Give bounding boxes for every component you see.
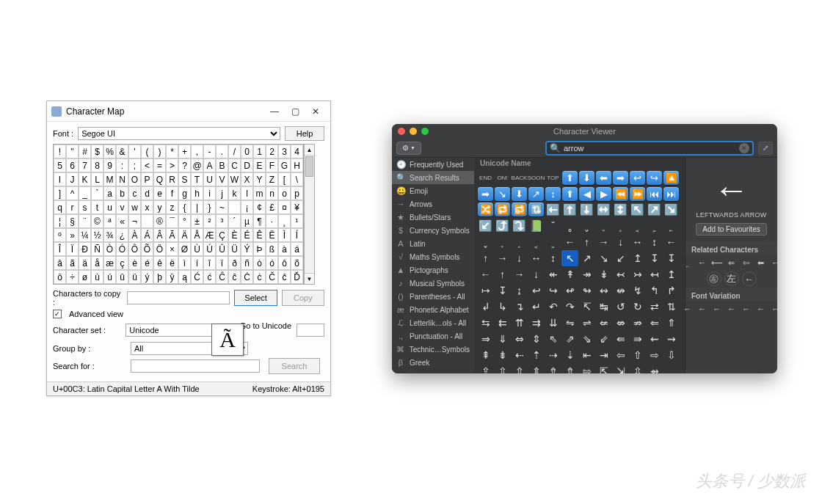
char-cell[interactable]: ¬ <box>128 214 141 228</box>
result-char[interactable]: ⇥ <box>595 347 612 363</box>
mac-titlebar[interactable]: Character Viewer <box>392 124 777 139</box>
search-input[interactable] <box>131 359 260 373</box>
result-char[interactable]: 📗 <box>528 218 545 234</box>
result-char[interactable]: ˱ <box>629 218 646 234</box>
char-cell[interactable]: f <box>166 186 178 200</box>
result-char[interactable]: ↗ <box>578 250 595 266</box>
result-char[interactable]: ⇊ <box>545 315 561 331</box>
result-char[interactable]: ˲ <box>545 234 561 250</box>
char-cell[interactable]: ? <box>178 158 191 172</box>
char-cell[interactable]: p <box>291 186 303 200</box>
char-cell[interactable]: = <box>153 158 166 172</box>
sidebar-item[interactable]: ⌘Technic…Symbols <box>392 343 474 356</box>
result-char[interactable]: 🔀 <box>478 202 493 216</box>
result-char[interactable]: ↕️ <box>612 202 629 218</box>
char-cell[interactable]: Č <box>266 270 278 284</box>
scroll-down-icon[interactable]: ▼ <box>305 273 314 284</box>
result-char[interactable]: → <box>494 250 511 266</box>
result-char[interactable]: ↓ <box>511 250 528 266</box>
char-cell[interactable]: # <box>79 145 91 158</box>
char-cell[interactable]: ! <box>54 145 66 158</box>
result-char[interactable]: ↓ <box>528 266 545 282</box>
result-char[interactable]: ↑ <box>578 234 595 250</box>
char-cell[interactable]: Ç <box>216 228 228 242</box>
result-char[interactable]: ↧ <box>494 282 511 299</box>
char-cell[interactable]: { <box>178 200 191 214</box>
char-cell[interactable]: & <box>116 145 128 158</box>
char-cell[interactable]: 3 <box>278 145 291 158</box>
related-char[interactable]: ← <box>696 257 708 269</box>
char-cell[interactable]: ( <box>141 145 153 158</box>
result-char[interactable]: ON! <box>494 170 511 186</box>
char-cell[interactable]: Ò <box>103 242 116 256</box>
char-cell[interactable]: ^ <box>66 186 79 200</box>
result-char[interactable]: ➡ <box>478 187 493 201</box>
result-char[interactable]: ↭ <box>595 282 612 299</box>
char-cell[interactable]: ª <box>103 214 116 228</box>
result-char[interactable]: ↕ <box>646 234 663 250</box>
result-char[interactable]: ➡ <box>613 171 628 185</box>
result-char[interactable]: ⇓ <box>494 331 511 347</box>
result-char[interactable]: → <box>595 234 612 250</box>
sidebar-item[interactable]: ▲Pictographs <box>392 263 474 277</box>
char-cell[interactable]: w <box>128 200 141 214</box>
result-char[interactable]: ⏭ <box>663 187 679 201</box>
result-char[interactable]: ˯ <box>494 234 511 250</box>
result-char[interactable]: ↕ <box>545 250 561 266</box>
sidebar-item[interactable]: .,Punctuation - All <box>392 329 474 343</box>
char-cell[interactable]: í <box>191 256 203 270</box>
result-char[interactable]: ↷ <box>561 299 578 315</box>
char-cell[interactable]: q <box>54 200 66 214</box>
sidebar-item[interactable]: 🕘Frequently Used <box>392 158 474 171</box>
char-cell[interactable]: g <box>178 186 191 200</box>
result-char[interactable]: 🔂 <box>512 202 527 216</box>
char-cell[interactable]: n <box>266 186 278 200</box>
result-char[interactable]: ⇠ <box>511 347 528 363</box>
result-char[interactable]: ⬇ <box>512 187 527 201</box>
related-char[interactable]: ⇐ <box>726 257 738 269</box>
char-cell[interactable]: Ĉ <box>216 270 228 284</box>
result-char[interactable]: ⇧ <box>629 347 646 363</box>
char-cell[interactable]: ´ <box>228 214 241 228</box>
char-cell[interactable]: 1 <box>253 145 266 158</box>
result-char[interactable]: ↶ <box>545 299 561 315</box>
result-char[interactable]: ↩ <box>630 171 645 185</box>
char-cell[interactable]: * <box>166 145 178 158</box>
char-cell[interactable]: ð <box>228 256 241 270</box>
char-cell[interactable]: à <box>278 242 291 256</box>
result-char[interactable]: ◀ <box>579 187 594 201</box>
char-cell[interactable]: Ć <box>191 270 203 284</box>
result-char[interactable]: ˰ <box>612 218 629 234</box>
settings-button[interactable]: ⚙ ▼ <box>396 142 421 155</box>
char-cell[interactable]: · <box>266 214 278 228</box>
char-cell[interactable]: ` <box>91 186 103 200</box>
result-char[interactable]: ↔ <box>629 234 646 250</box>
font-select[interactable]: Segoe UI <box>78 127 280 140</box>
char-cell[interactable]: « <box>116 214 128 228</box>
char-cell[interactable]: Ë <box>266 228 278 242</box>
char-cell[interactable]: § <box>66 214 79 228</box>
result-char[interactable]: ↘ <box>595 250 612 266</box>
char-cell[interactable]: µ <box>241 214 253 228</box>
related-char[interactable]: ← <box>741 303 752 315</box>
char-cell[interactable]: ì <box>178 256 191 270</box>
result-char[interactable]: ↰ <box>646 282 663 299</box>
char-cell[interactable]: ¯ <box>166 214 178 228</box>
char-cell[interactable]: 5 <box>54 158 66 172</box>
char-cell[interactable]: á <box>291 242 303 256</box>
result-char[interactable]: ↕ <box>545 187 561 201</box>
char-cell[interactable]: R <box>166 172 178 186</box>
result-char[interactable]: ⇖ <box>545 331 561 347</box>
char-cell[interactable]: v <box>116 200 128 214</box>
char-cell[interactable]: $ <box>91 145 103 158</box>
char-cell[interactable]: ą <box>178 270 191 284</box>
result-char[interactable]: ↔️ <box>595 202 612 218</box>
char-cell[interactable]: þ <box>153 270 166 284</box>
sidebar-item[interactable]: βGreek <box>392 356 474 369</box>
result-char[interactable]: ↫ <box>561 282 578 299</box>
char-cell[interactable]: F <box>266 158 278 172</box>
char-cell[interactable]: e <box>153 186 166 200</box>
char-cell[interactable]: / <box>228 145 241 158</box>
char-cell[interactable]: m <box>253 186 266 200</box>
result-char[interactable]: ↖ <box>561 250 578 266</box>
